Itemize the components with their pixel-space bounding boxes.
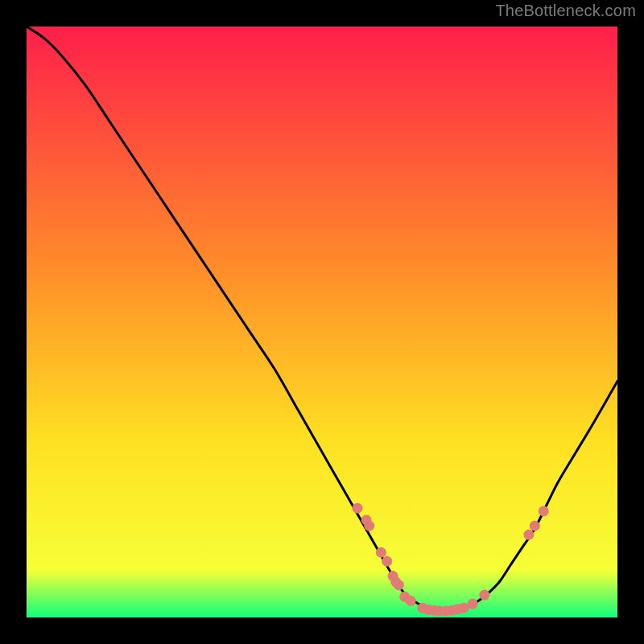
plot-area xyxy=(27,27,617,617)
data-point xyxy=(479,590,489,601)
watermark-text: TheBottleneck.com xyxy=(495,2,636,20)
data-point xyxy=(539,506,549,516)
data-point xyxy=(468,599,478,609)
data-point xyxy=(376,547,386,558)
data-point xyxy=(394,580,404,590)
data-point xyxy=(406,596,416,606)
chart-svg xyxy=(27,27,617,617)
chart-frame: TheBottleneck.com xyxy=(0,0,644,644)
data-point xyxy=(382,556,392,567)
data-point xyxy=(353,503,363,514)
data-point xyxy=(523,530,534,540)
data-point xyxy=(530,521,540,531)
data-point xyxy=(364,521,374,531)
chart-background-gradient xyxy=(27,27,617,617)
